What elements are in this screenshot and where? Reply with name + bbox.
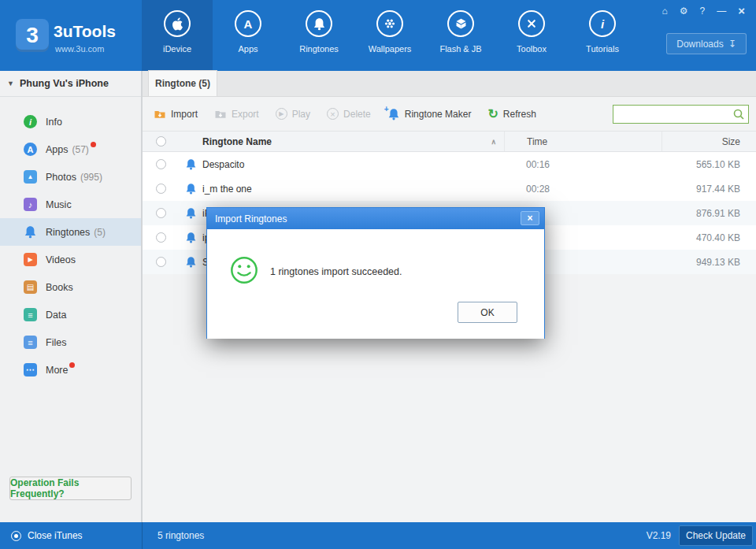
sidebar: ▼ Phung Vu's iPhone i Info A Apps (57) ▲… <box>0 71 142 522</box>
search-icon[interactable] <box>732 108 745 121</box>
sort-ascending-icon: ∧ <box>491 138 504 146</box>
logo-digit: 3 <box>26 23 39 48</box>
nav-label: Toolbox <box>517 44 547 54</box>
device-name: Phung Vu's iPhone <box>20 78 109 89</box>
sidebar-item-ringtones[interactable]: Ringtones (5) <box>0 218 141 246</box>
name-header-label: Ringtone Name <box>202 136 272 147</box>
toolbar: Import Export ▶ Play × Delete + Ringtone… <box>143 97 756 132</box>
nav-item-wallpapers[interactable]: Wallpapers <box>354 0 425 71</box>
sidebar-item-books[interactable]: ▤ Books <box>0 273 141 301</box>
column-header-name[interactable]: Ringtone Name ∧ <box>202 136 504 147</box>
ringtone-size: 876.91 KB <box>662 201 756 225</box>
row-radio[interactable] <box>156 184 166 194</box>
sidebar-item-count: (995) <box>80 172 102 183</box>
footer-divider <box>142 522 143 549</box>
sidebar-item-music[interactable]: ♪ Music <box>0 191 141 218</box>
tab-ringtone[interactable]: Ringtone (5) <box>148 70 217 96</box>
downloads-button[interactable]: Downloads ↧ <box>666 33 747 54</box>
dialog-close-button[interactable]: × <box>521 211 539 225</box>
version-label: V2.19 <box>647 522 671 549</box>
nav-label: iDevice <box>163 44 191 54</box>
check-update-button[interactable]: Check Update <box>679 525 753 546</box>
nav-label: Tutorials <box>586 44 619 54</box>
sidebar-item-label: Books <box>46 282 73 293</box>
photos-icon: ▲ <box>24 170 37 184</box>
window-controls: ⌂ ⚙ ? — × <box>662 6 745 17</box>
play-icon: ▶ <box>276 108 287 120</box>
refresh-icon: ↻ <box>487 108 498 121</box>
play-button[interactable]: ▶ Play <box>276 108 310 120</box>
nav-item-toolbox[interactable]: Toolbox <box>496 0 567 71</box>
close-itunes-label: Close iTunes <box>28 530 83 541</box>
help-icon[interactable]: ? <box>700 6 706 17</box>
ok-button[interactable]: OK <box>458 302 517 323</box>
3utools-logo: 3 <box>16 19 49 52</box>
3utools-window: 3 3uTools www.3u.com iDevice A Apps Ring… <box>0 0 756 549</box>
export-label: Export <box>232 109 259 120</box>
music-icon: ♪ <box>24 198 37 211</box>
bell-icon <box>179 183 202 195</box>
sidebar-item-photos[interactable]: ▲ Photos (995) <box>0 163 141 191</box>
bell-icon <box>179 232 202 243</box>
sidebar-item-videos[interactable]: ▶ Videos <box>0 246 141 273</box>
dialog-body: 1 ringtones import succeeded. OK <box>207 229 544 339</box>
import-button[interactable]: Import <box>154 108 198 121</box>
video-icon: ▶ <box>24 253 37 266</box>
play-label: Play <box>292 109 310 120</box>
sidebar-item-more[interactable]: ⋯ More <box>0 356 141 384</box>
column-header-size[interactable]: Size <box>662 132 756 151</box>
table-row[interactable]: Despacito 00:16 565.10 KB <box>143 152 756 176</box>
refresh-button[interactable]: ↻ Refresh <box>487 108 536 121</box>
plus-glyph: + <box>384 105 389 113</box>
dialog-title: Import Ringtones <box>215 213 287 224</box>
nav-item-apps[interactable]: A Apps <box>213 0 284 71</box>
success-smiley-icon <box>229 255 259 285</box>
export-button[interactable]: Export <box>214 108 259 121</box>
nav-label: Flash & JB <box>439 44 481 54</box>
operation-fails-button[interactable]: Operation Fails Frequently? <box>9 477 132 500</box>
sidebar-item-label: Info <box>46 117 62 128</box>
tutorials-letter: i <box>601 17 604 31</box>
row-radio[interactable] <box>156 159 166 169</box>
delete-button[interactable]: × Delete <box>327 108 371 120</box>
brand-site: www.3u.com <box>55 44 104 54</box>
home-icon[interactable]: ⌂ <box>662 6 668 17</box>
table-row[interactable]: i_m the one 00:28 917.44 KB <box>143 176 756 201</box>
nav-item-ringtones[interactable]: Ringtones <box>284 0 354 71</box>
minimize-button[interactable]: — <box>717 6 726 17</box>
nav-item-flash-jb[interactable]: Flash & JB <box>425 0 496 71</box>
sidebar-item-count: (57) <box>72 144 89 155</box>
ringtone-maker-icon: + <box>387 108 400 121</box>
ringtone-time: 00:16 <box>504 152 662 176</box>
top-bar: 3 3uTools www.3u.com iDevice A Apps Ring… <box>0 0 756 71</box>
nav-item-idevice[interactable]: iDevice <box>142 0 213 71</box>
sidebar-item-files[interactable]: ≡ Files <box>0 328 141 356</box>
bell-icon <box>179 256 202 268</box>
nav-item-tutorials[interactable]: i Tutorials <box>567 0 638 71</box>
ringtone-maker-button[interactable]: + Ringtone Maker <box>387 108 472 121</box>
row-radio[interactable] <box>156 208 166 218</box>
device-selector[interactable]: ▼ Phung Vu's iPhone <box>0 71 141 97</box>
export-folder-icon <box>214 108 227 121</box>
delete-glyph: × <box>330 109 335 119</box>
box-icon <box>447 10 474 37</box>
column-header-time[interactable]: Time <box>504 132 662 151</box>
sidebar-item-label: Files <box>46 337 66 348</box>
sidebar-item-info[interactable]: i Info <box>0 108 141 135</box>
close-itunes-button[interactable]: Close iTunes <box>11 522 83 549</box>
search-input[interactable] <box>613 105 749 124</box>
ringtone-size: 565.10 KB <box>662 152 756 176</box>
row-radio[interactable] <box>156 232 166 243</box>
sidebar-item-apps[interactable]: A Apps (57) <box>0 135 141 163</box>
sidebar-item-label: Music <box>46 199 72 210</box>
bell-icon <box>179 158 202 170</box>
import-folder-icon <box>154 108 166 121</box>
close-button[interactable]: × <box>738 6 745 17</box>
settings-gear-icon[interactable]: ⚙ <box>680 6 688 17</box>
sidebar-item-count: (5) <box>94 227 106 238</box>
row-radio[interactable] <box>156 257 166 267</box>
dialog-titlebar[interactable]: Import Ringtones <box>207 208 544 229</box>
sidebar-item-data[interactable]: ≡ Data <box>0 301 141 328</box>
ringtone-size: 949.13 KB <box>662 250 756 274</box>
select-all-radio[interactable] <box>156 136 166 147</box>
